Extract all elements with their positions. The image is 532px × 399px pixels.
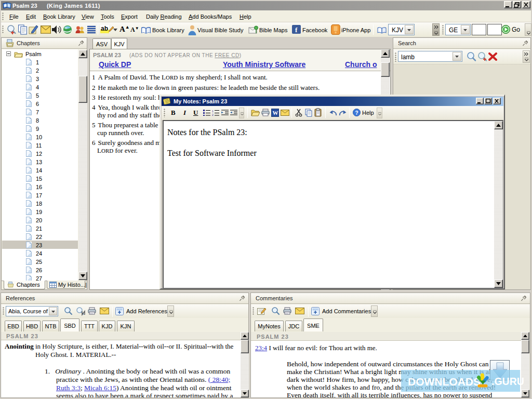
svg-text:2: 2 <box>212 113 214 116</box>
svg-text:?: ? <box>355 110 358 116</box>
svg-text:W: W <box>273 110 278 116</box>
svg-text:1: 1 <box>212 110 214 113</box>
svg-text:f: f <box>295 26 298 34</box>
